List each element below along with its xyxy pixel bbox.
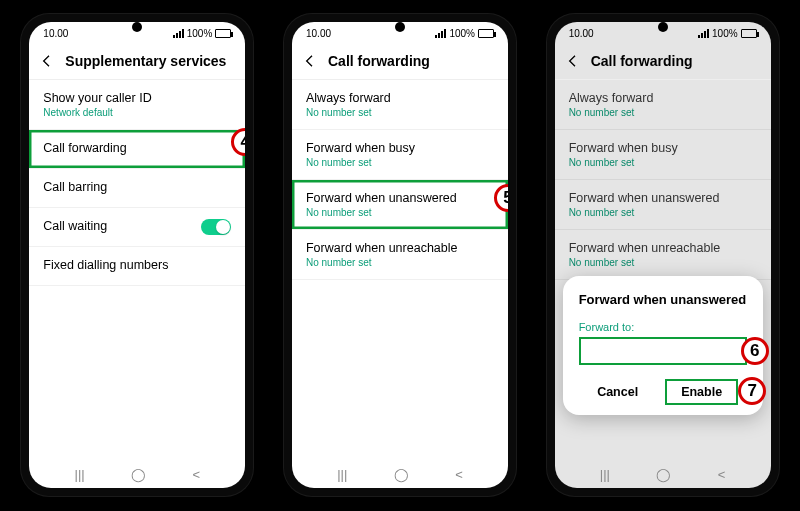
item-forward-unanswered[interactable]: Forward when unanswered No number set 5 (292, 180, 508, 230)
item-title: Forward when busy (306, 141, 494, 155)
status-battery-text: 100% (449, 28, 475, 39)
enable-button[interactable]: Enable (665, 379, 738, 405)
camera-notch (395, 22, 405, 32)
dialog-title: Forward when unanswered (579, 292, 747, 307)
item-subtitle: No number set (569, 157, 757, 168)
item-forward-busy[interactable]: Forward when busy No number set (292, 130, 508, 180)
item-always-forward[interactable]: Always forward No number set (292, 80, 508, 130)
toggle-switch[interactable] (201, 219, 231, 235)
item-subtitle: Network default (43, 107, 231, 118)
item-forward-unreachable[interactable]: Forward when unreachable No number set (292, 230, 508, 280)
battery-icon (741, 29, 757, 38)
item-forward-busy: Forward when busy No number set (555, 130, 771, 180)
item-always-forward: Always forward No number set (555, 80, 771, 130)
header-title: Call forwarding (328, 53, 430, 69)
forward-to-input[interactable] (579, 337, 747, 365)
item-forward-unanswered: Forward when unanswered No number set (555, 180, 771, 230)
item-title: Fixed dialling numbers (43, 258, 231, 272)
item-subtitle: No number set (569, 107, 757, 118)
step-badge-6: 6 (741, 337, 769, 365)
item-call-forwarding[interactable]: Call forwarding 4 (29, 130, 245, 169)
item-subtitle: No number set (569, 207, 757, 218)
step-badge-7: 7 (738, 377, 766, 405)
nav-bar: ||| ◯ < (292, 459, 508, 488)
back-icon[interactable] (302, 53, 318, 69)
status-battery-text: 100% (712, 28, 738, 39)
screen-header: Call forwarding (555, 43, 771, 80)
item-title: Forward when unreachable (569, 241, 757, 255)
nav-home-icon[interactable]: ◯ (131, 467, 146, 482)
status-time: 10.00 (569, 28, 594, 39)
item-subtitle: No number set (306, 107, 494, 118)
item-subtitle: No number set (306, 207, 494, 218)
back-icon[interactable] (39, 53, 55, 69)
nav-recents-icon[interactable]: ||| (337, 467, 347, 482)
forward-dialog: Forward when unanswered Forward to: 6 Ca… (563, 276, 763, 415)
item-caller-id[interactable]: Show your caller ID Network default (29, 80, 245, 130)
signal-icon (435, 29, 446, 38)
item-title: Call waiting (43, 219, 107, 233)
step-badge-4: 4 (231, 128, 245, 156)
item-subtitle: No number set (569, 257, 757, 268)
screen-header: Supplementary services (29, 43, 245, 80)
status-time: 10.00 (306, 28, 331, 39)
camera-notch (658, 22, 668, 32)
item-title: Call forwarding (43, 141, 231, 155)
nav-recents-icon[interactable]: ||| (75, 467, 85, 482)
dialog-label: Forward to: (579, 321, 747, 333)
camera-notch (132, 22, 142, 32)
item-title: Forward when unanswered (306, 191, 494, 205)
nav-back-icon[interactable]: < (718, 467, 726, 482)
nav-bar: ||| ◯ < (555, 459, 771, 488)
item-title: Forward when busy (569, 141, 757, 155)
step-badge-5: 5 (494, 184, 508, 212)
nav-home-icon[interactable]: ◯ (394, 467, 409, 482)
signal-icon (173, 29, 184, 38)
back-icon[interactable] (565, 53, 581, 69)
item-title: Forward when unreachable (306, 241, 494, 255)
item-title: Show your caller ID (43, 91, 231, 105)
item-title: Forward when unanswered (569, 191, 757, 205)
header-title: Supplementary services (65, 53, 226, 69)
header-title: Call forwarding (591, 53, 693, 69)
nav-back-icon[interactable]: < (455, 467, 463, 482)
item-call-barring[interactable]: Call barring (29, 169, 245, 208)
nav-recents-icon[interactable]: ||| (600, 467, 610, 482)
battery-icon (478, 29, 494, 38)
battery-icon (215, 29, 231, 38)
cancel-button[interactable]: Cancel (587, 379, 648, 405)
status-time: 10.00 (43, 28, 68, 39)
item-title: Always forward (306, 91, 494, 105)
phone-frame-1: 10.00 100% Supplementary services Show y… (21, 14, 253, 496)
nav-back-icon[interactable]: < (193, 467, 201, 482)
phone-frame-2: 10.00 100% Call forwarding Always forwar… (284, 14, 516, 496)
screen-header: Call forwarding (292, 43, 508, 80)
item-forward-unreachable: Forward when unreachable No number set (555, 230, 771, 280)
item-subtitle: No number set (306, 257, 494, 268)
item-title: Always forward (569, 91, 757, 105)
status-battery-text: 100% (187, 28, 213, 39)
item-fixed-dialling[interactable]: Fixed dialling numbers (29, 247, 245, 286)
nav-bar: ||| ◯ < (29, 459, 245, 488)
phone-frame-3: 10.00 100% Call forwarding Always forwar… (547, 14, 779, 496)
item-subtitle: No number set (306, 157, 494, 168)
signal-icon (698, 29, 709, 38)
item-call-waiting[interactable]: Call waiting (29, 208, 245, 247)
nav-home-icon[interactable]: ◯ (656, 467, 671, 482)
item-title: Call barring (43, 180, 231, 194)
